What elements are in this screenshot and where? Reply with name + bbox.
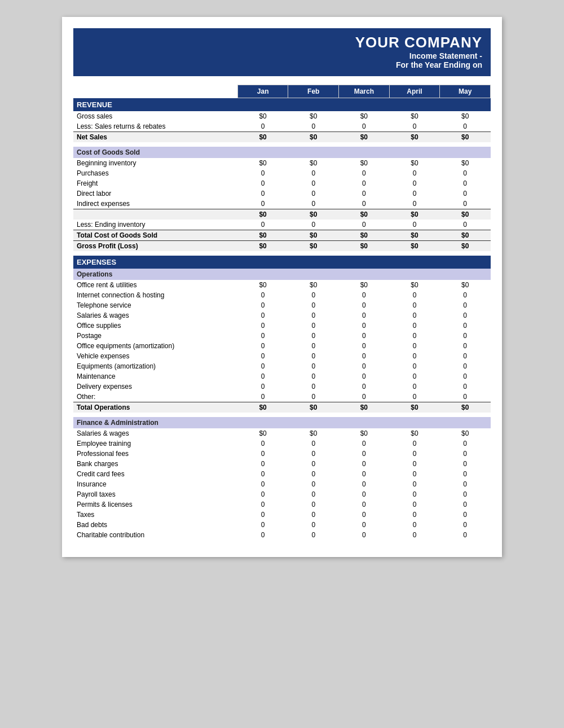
- col-header-march: March: [339, 85, 390, 98]
- report-title-line1: Income Statement -: [82, 51, 482, 60]
- table-row: Gross sales $0 $0 $0 $0 $0: [73, 111, 491, 121]
- table-row: Freight 0 0 0 0 0: [73, 178, 491, 188]
- col-header-april: April: [389, 85, 440, 98]
- table-row: Credit card fees 0 0 0 0 0: [73, 469, 491, 479]
- table-row: Salaries & wages $0 $0 $0 $0 $0: [73, 428, 491, 438]
- report-header: YOUR COMPANY Income Statement - For the …: [73, 28, 491, 76]
- table-row: Postage 0 0 0 0 0: [73, 331, 491, 341]
- table-row: Employee training 0 0 0 0 0: [73, 438, 491, 449]
- expenses-section-header: EXPENSES: [73, 256, 491, 269]
- cogs-subtotal-row: $0 $0 $0 $0 $0: [73, 209, 491, 220]
- page: YOUR COMPANY Income Statement - For the …: [62, 17, 502, 557]
- table-row: Professional fees 0 0 0 0 0: [73, 449, 491, 459]
- col-header-jan: Jan: [237, 85, 288, 98]
- table-row: Bad debts 0 0 0 0 0: [73, 520, 491, 530]
- table-row: Permits & licenses 0 0 0 0 0: [73, 499, 491, 510]
- col-header-may: May: [440, 85, 491, 98]
- revenue-section-header: REVENUE: [73, 98, 491, 112]
- spacer: [73, 251, 491, 256]
- cogs-section-header: Cost of Goods Sold: [73, 147, 491, 158]
- table-row: Delivery expenses 0 0 0 0 0: [73, 381, 491, 392]
- table-row: Office equipments (amortization) 0 0 0 0…: [73, 341, 491, 351]
- table-row: Insurance 0 0 0 0 0: [73, 479, 491, 489]
- table-row: Purchases 0 0 0 0 0: [73, 168, 491, 178]
- table-row: Payroll taxes 0 0 0 0 0: [73, 489, 491, 499]
- table-row: Office rent & utilities $0 $0 $0 $0 $0: [73, 280, 491, 290]
- table-row: Equipments (amortization) 0 0 0 0 0: [73, 361, 491, 371]
- table-row: Telephone service 0 0 0 0 0: [73, 300, 491, 310]
- company-name: YOUR COMPANY: [82, 34, 482, 51]
- spacer: [73, 142, 491, 147]
- table-row: Taxes 0 0 0 0 0: [73, 510, 491, 520]
- finance-section-header: Finance & Administration: [73, 417, 491, 428]
- table-row: Direct labor 0 0 0 0 0: [73, 188, 491, 199]
- table-row: Indirect expenses 0 0 0 0 0: [73, 199, 491, 209]
- col-header-label: [73, 85, 237, 98]
- table-row: Office supplies 0 0 0 0 0: [73, 321, 491, 331]
- table-row: Bank charges 0 0 0 0 0: [73, 459, 491, 469]
- operations-section-header: Operations: [73, 269, 491, 280]
- table-row: Vehicle expenses 0 0 0 0 0: [73, 351, 491, 361]
- table-row: Maintenance 0 0 0 0 0: [73, 371, 491, 381]
- total-cogs-row: Total Cost of Goods Sold $0 $0 $0 $0 $0: [73, 230, 491, 241]
- spacer: [73, 413, 491, 417]
- table-row: Other: 0 0 0 0 0: [73, 392, 491, 402]
- total-operations-row: Total Operations $0 $0 $0 $0 $0: [73, 402, 491, 413]
- table-row: Beginning inventory $0 $0 $0 $0 $0: [73, 158, 491, 168]
- income-statement-table: Jan Feb March April May REVENUE Gross sa…: [73, 85, 491, 540]
- gross-profit-row: Gross Profit (Loss) $0 $0 $0 $0 $0: [73, 241, 491, 252]
- table-row: Less: Ending inventory 0 0 0 0 0: [73, 220, 491, 230]
- table-row: Salaries & wages 0 0 0 0 0: [73, 310, 491, 321]
- table-row: Charitable contribution 0 0 0 0 0: [73, 530, 491, 540]
- report-title-line2: For the Year Ending on: [82, 60, 482, 69]
- net-sales-row: Net Sales $0 $0 $0 $0 $0: [73, 132, 491, 143]
- table-row: Less: Sales returns & rebates 0 0 0 0 0: [73, 121, 491, 132]
- table-row: Internet connection & hosting 0 0 0 0 0: [73, 290, 491, 300]
- col-header-feb: Feb: [288, 85, 339, 98]
